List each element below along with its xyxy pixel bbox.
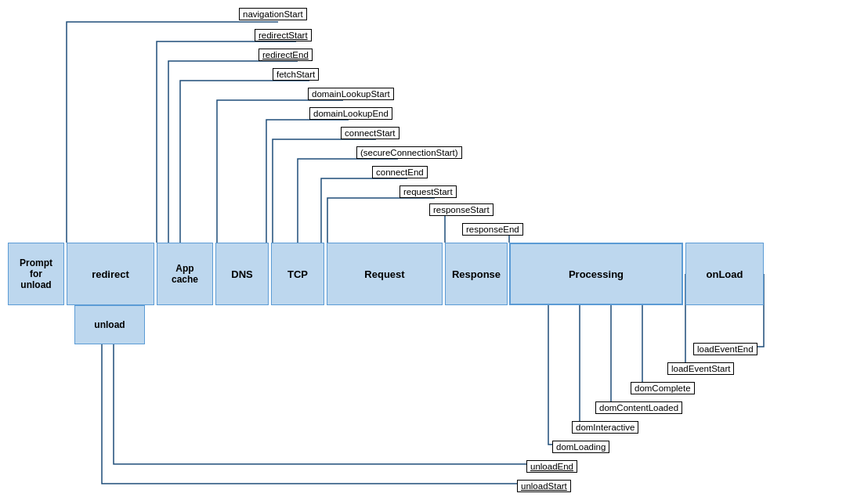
label-loadeventend: loadEventEnd (693, 343, 757, 355)
label-domainlookupend: domainLookupEnd (309, 107, 392, 120)
phase-dns: DNS (215, 243, 269, 305)
label-unloadend: unloadEnd (526, 460, 577, 473)
label-unloadstart: unloadStart (517, 480, 571, 492)
phase-response: Response (445, 243, 508, 305)
label-domcontentloaded: domContentLoaded (595, 401, 682, 414)
label-connectend: connectEnd (372, 166, 428, 178)
label-domloading: domLoading (552, 441, 609, 453)
label-connectstart: connectStart (341, 127, 400, 139)
label-responseend: responseEnd (462, 223, 523, 236)
label-requeststart: requestStart (400, 185, 457, 198)
label-dominteractive: domInteractive (572, 421, 638, 434)
label-fetchstart: fetchStart (273, 68, 319, 81)
phase-tcp: TCP (271, 243, 324, 305)
phase-prompt: Promptforunload (8, 243, 64, 305)
phase-appcache: Appcache (157, 243, 213, 305)
label-redirectstart: redirectStart (255, 29, 312, 41)
label-domcomplete: domComplete (631, 382, 695, 394)
phase-processing: Processing (509, 243, 683, 305)
phase-onload: onLoad (685, 243, 764, 305)
label-redirectend: redirectEnd (258, 49, 313, 61)
label-responsestart: responseStart (429, 203, 494, 216)
label-secureconnectionstart: (secureConnectionStart) (356, 146, 462, 159)
label-domainlookupstart: domainLookupStart (308, 88, 394, 100)
label-navigationstart: navigationStart (239, 8, 307, 20)
phase-redirect: redirect (67, 243, 154, 305)
phase-request: Request (327, 243, 443, 305)
diagram-container: Promptforunload redirect unload Appcache… (0, 0, 846, 504)
label-loadeventstart: loadEventStart (667, 362, 734, 375)
phase-unload: unload (74, 305, 145, 344)
